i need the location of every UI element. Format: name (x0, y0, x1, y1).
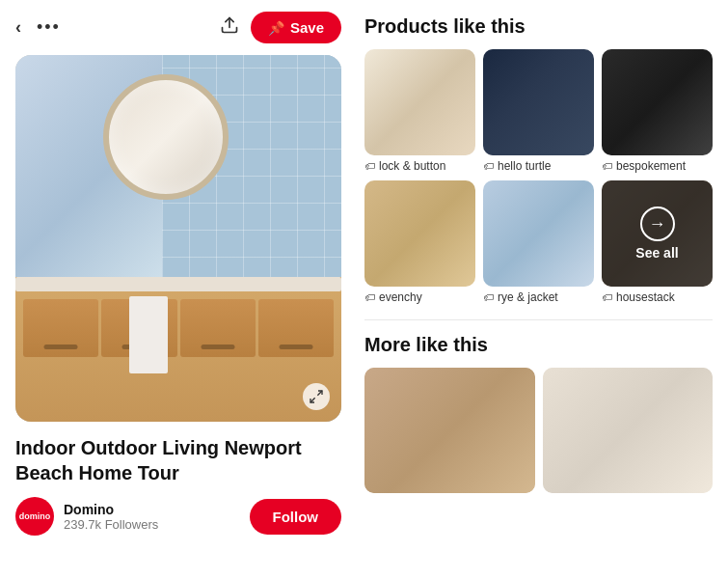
section-divider (364, 319, 713, 320)
more-item-2[interactable] (543, 368, 714, 493)
product-thumb-3 (602, 49, 713, 155)
right-panel: Products like this 🏷 lock & button 🏷 hel… (357, 0, 728, 579)
vanity-drawers (15, 291, 341, 357)
product-item-6[interactable]: → See all 🏷 housestack (602, 180, 713, 304)
drawer-handle (201, 345, 234, 349)
author-name[interactable]: Domino (64, 502, 158, 517)
product-thumb-5 (483, 180, 594, 287)
vanity-top (15, 277, 341, 291)
left-panel: ‹ ••• 📌 Save (0, 0, 357, 579)
toolbar: ‹ ••• 📌 Save (15, 12, 341, 43)
drawer-4 (258, 299, 334, 357)
see-all-label: See all (635, 245, 678, 261)
product-thumb-1 (364, 49, 475, 155)
drawer-handle (279, 345, 312, 349)
back-button[interactable]: ‹ (15, 17, 21, 38)
product-item-1[interactable]: 🏷 lock & button (364, 49, 475, 173)
tag-icon-6: 🏷 (602, 291, 612, 303)
tag-icon-5: 🏷 (483, 291, 494, 303)
product-label-3: 🏷 bespokement (602, 159, 713, 173)
save-button[interactable]: 📌 Save (251, 12, 341, 43)
drawer-handle (44, 345, 78, 349)
more-grid (364, 368, 713, 493)
product-name-3: bespokement (616, 159, 686, 173)
more-item-1[interactable] (364, 368, 535, 493)
drawer-1 (23, 299, 98, 357)
product-name-4: evenchy (379, 290, 422, 304)
product-label-6: 🏷 housestack (602, 290, 713, 304)
product-name-1: lock & button (379, 159, 445, 173)
product-thumb-4 (364, 180, 475, 287)
product-label-1: 🏷 lock & button (364, 159, 475, 173)
see-all-overlay[interactable]: → See all (602, 180, 713, 287)
tag-icon-4: 🏷 (364, 291, 375, 303)
pin-title: Indoor Outdoor Living Newport Beach Home… (15, 435, 341, 485)
share-button[interactable] (220, 15, 239, 40)
tag-icon-1: 🏷 (364, 160, 375, 172)
author-info: domino Domino 239.7k Followers (15, 497, 158, 536)
vanity (15, 277, 341, 422)
expand-button[interactable] (303, 383, 330, 410)
mirror (103, 74, 229, 200)
follow-button[interactable]: Follow (250, 499, 342, 535)
product-thumb-2 (483, 49, 594, 155)
products-grid: 🏷 lock & button 🏷 hello turtle 🏷 bespoke… (364, 49, 713, 304)
drawer-3 (180, 299, 256, 357)
product-label-2: 🏷 hello turtle (483, 159, 594, 173)
more-section-title: More like this (364, 334, 713, 356)
products-section-title: Products like this (364, 15, 713, 38)
towel (129, 296, 168, 373)
image-background (15, 55, 341, 422)
main-image (15, 55, 341, 422)
avatar[interactable]: domino (15, 497, 54, 536)
save-label: Save (290, 19, 324, 36)
product-name-5: rye & jacket (498, 290, 558, 304)
product-thumb-6: → See all (602, 180, 713, 287)
pin-icon: 📌 (268, 20, 284, 36)
tag-icon-2: 🏷 (483, 160, 494, 172)
product-name-6: housestack (616, 290, 675, 304)
followers-count: 239.7k Followers (64, 517, 158, 532)
product-item-2[interactable]: 🏷 hello turtle (483, 49, 594, 173)
svg-line-2 (310, 398, 315, 402)
svg-line-1 (317, 391, 322, 396)
author-row: domino Domino 239.7k Followers Follow (15, 497, 341, 536)
tag-icon-3: 🏷 (602, 160, 612, 172)
toolbar-right: 📌 Save (220, 12, 341, 43)
toolbar-left: ‹ ••• (15, 17, 61, 38)
product-label-4: 🏷 evenchy (364, 290, 475, 304)
see-all-arrow-icon: → (640, 207, 675, 241)
product-item-5[interactable]: 🏷 rye & jacket (483, 180, 594, 304)
author-text: Domino 239.7k Followers (64, 502, 158, 532)
avatar-text: domino (19, 511, 51, 521)
product-item-4[interactable]: 🏷 evenchy (364, 180, 475, 304)
product-name-2: hello turtle (498, 159, 551, 173)
product-label-5: 🏷 rye & jacket (483, 290, 594, 304)
more-button[interactable]: ••• (37, 17, 61, 38)
product-item-3[interactable]: 🏷 bespokement (602, 49, 713, 173)
